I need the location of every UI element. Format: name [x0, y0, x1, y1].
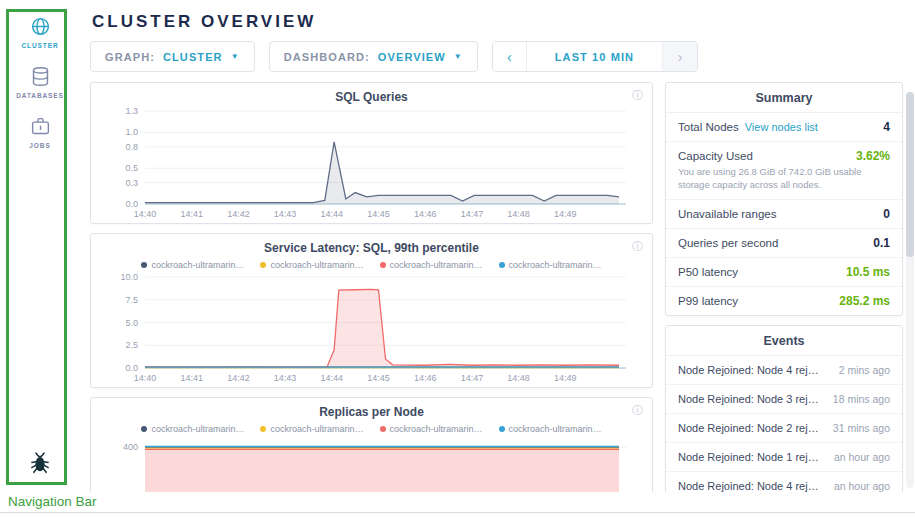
summary-value: 0: [883, 207, 890, 221]
legend-item[interactable]: cockroach-ultramarin…: [141, 259, 244, 270]
legend-dot: [260, 262, 266, 268]
svg-text:14:43: 14:43: [274, 209, 297, 219]
sidebar-item-databases[interactable]: DATABASES: [16, 66, 64, 99]
legend-label: cockroach-ultramarin…: [390, 424, 483, 434]
legend-label: cockroach-ultramarin…: [270, 424, 363, 434]
legend-label: cockroach-ultramarin…: [270, 260, 363, 270]
summary-label: Total NodesView nodes list: [678, 121, 818, 133]
dashboard-dropdown-value: OVERVIEW: [378, 51, 446, 63]
event-text: Node Rejoined: Node 1 rej…: [678, 451, 819, 463]
page: CLUSTER DATABASES: [0, 0, 915, 517]
event-time: 18 mins ago: [833, 393, 890, 405]
summary-label: Queries per second: [678, 237, 778, 249]
svg-text:400: 400: [123, 442, 138, 452]
graph-dropdown-value: CLUSTER: [163, 51, 223, 63]
cockroachdb-logo[interactable]: [27, 450, 53, 480]
events-title: Events: [666, 326, 902, 356]
legend-item[interactable]: cockroach-ultramarin…: [260, 259, 363, 270]
main-content: CLUSTER OVERVIEW GRAPH: CLUSTER ▼ DASHBO…: [80, 0, 915, 492]
legend-item[interactable]: cockroach-ultramarin…: [260, 423, 363, 434]
content-area: SQL Queries ⓘ 0.00.30.50.81.01.314:4014:…: [90, 82, 903, 492]
svg-text:0.5: 0.5: [125, 163, 138, 173]
summary-row-unavailable-ranges: Unavailable ranges 0: [666, 200, 902, 229]
toolbar: GRAPH: CLUSTER ▼ DASHBOARD: OVERVIEW ▼ ‹…: [90, 41, 903, 72]
summary-label: P50 latency: [678, 266, 738, 278]
svg-text:14:48: 14:48: [507, 373, 530, 383]
dashboard-dropdown[interactable]: DASHBOARD: OVERVIEW ▼: [269, 41, 478, 72]
event-row: Node Rejoined: Node 3 rej… 18 mins ago: [666, 385, 902, 414]
event-row: Node Rejoined: Node 1 rej… an hour ago: [666, 443, 902, 472]
summary-card: Summary Total NodesView nodes list 4 Cap…: [665, 82, 903, 316]
legend-label: cockroach-ultramarin…: [390, 260, 483, 270]
legend-dot: [499, 426, 505, 432]
page-title: CLUSTER OVERVIEW: [92, 12, 903, 32]
legend-dot: [260, 426, 266, 432]
legend-item[interactable]: cockroach-ultramarin…: [499, 423, 602, 434]
legend-dot: [141, 426, 147, 432]
legend-label: cockroach-ultramarin…: [509, 260, 602, 270]
svg-text:14:48: 14:48: [507, 209, 530, 219]
svg-text:0.0: 0.0: [125, 363, 138, 373]
svg-text:14:49: 14:49: [554, 209, 577, 219]
info-icon[interactable]: ⓘ: [632, 403, 643, 418]
svg-text:14:45: 14:45: [367, 373, 390, 383]
bottom-divider: [0, 512, 915, 513]
summary-value: 10.5 ms: [846, 265, 890, 279]
legend-dot: [141, 262, 147, 268]
sidebar-item-jobs[interactable]: JOBS: [29, 116, 50, 149]
scrollbar-thumb[interactable]: [906, 92, 914, 257]
svg-text:14:44: 14:44: [321, 209, 344, 219]
jobs-icon: [30, 116, 51, 137]
cluster-icon: [30, 16, 51, 37]
sidebar-item-cluster[interactable]: CLUSTER: [22, 16, 59, 49]
summary-value: 4: [883, 120, 890, 134]
svg-text:0.0: 0.0: [125, 199, 138, 209]
legend-item[interactable]: cockroach-ultramarin…: [380, 423, 483, 434]
replicas-per-node-chart[interactable]: 40014:4014:4114:4214:4314:4414:4514:4614…: [101, 436, 642, 492]
service-latency-chart[interactable]: 0.02.55.07.510.014:4014:4114:4214:4314:4…: [101, 272, 642, 384]
svg-text:14:42: 14:42: [227, 209, 250, 219]
time-range-label[interactable]: LAST 10 MIN: [527, 42, 663, 71]
legend-label: cockroach-ultramarin…: [151, 260, 244, 270]
charts-column: SQL Queries ⓘ 0.00.30.50.81.01.314:4014:…: [90, 82, 653, 492]
svg-text:0.3: 0.3: [125, 178, 138, 188]
legend-item[interactable]: cockroach-ultramarin…: [380, 259, 483, 270]
view-nodes-list-link[interactable]: View nodes list: [745, 121, 818, 133]
sidebar-item-label: DATABASES: [16, 92, 64, 99]
event-time: 31 mins ago: [833, 422, 890, 434]
svg-text:7.5: 7.5: [125, 295, 138, 305]
event-time: an hour ago: [834, 451, 890, 463]
event-row: Node Rejoined: Node 2 rej… 31 mins ago: [666, 414, 902, 443]
info-icon[interactable]: ⓘ: [632, 88, 643, 103]
legend-dot: [380, 426, 386, 432]
svg-text:14:45: 14:45: [367, 209, 390, 219]
svg-text:14:40: 14:40: [134, 209, 157, 219]
graph-dropdown[interactable]: GRAPH: CLUSTER ▼: [90, 41, 255, 72]
svg-text:14:41: 14:41: [180, 209, 203, 219]
chevron-down-icon: ▼: [231, 52, 240, 61]
svg-text:10.0: 10.0: [120, 272, 138, 282]
legend-item[interactable]: cockroach-ultramarin…: [141, 423, 244, 434]
vertical-scrollbar[interactable]: [906, 92, 914, 488]
sql-queries-chart[interactable]: 0.00.30.50.81.01.314:4014:4114:4214:4314…: [101, 106, 642, 220]
time-next-button[interactable]: ›: [663, 42, 697, 71]
chart-card-sql-queries: SQL Queries ⓘ 0.00.30.50.81.01.314:4014:…: [90, 82, 653, 224]
info-icon[interactable]: ⓘ: [632, 239, 643, 254]
time-prev-button[interactable]: ‹: [493, 42, 527, 71]
svg-text:0.8: 0.8: [125, 142, 138, 152]
time-range-control: ‹ LAST 10 MIN ›: [492, 41, 698, 72]
summary-value: 285.2 ms: [839, 294, 890, 308]
svg-text:14:47: 14:47: [461, 209, 484, 219]
chart-legend: cockroach-ultramarin…cockroach-ultramari…: [101, 259, 642, 270]
legend-item[interactable]: cockroach-ultramarin…: [499, 259, 602, 270]
svg-text:2.5: 2.5: [125, 340, 138, 350]
chart-title: Replicas per Node: [101, 405, 642, 419]
chart-title: Service Latency: SQL, 99th percentile: [101, 241, 642, 255]
event-text: Node Rejoined: Node 2 rej…: [678, 422, 819, 434]
svg-text:1.3: 1.3: [125, 106, 138, 116]
legend-dot: [380, 262, 386, 268]
summary-value: 3.62%: [856, 149, 890, 163]
capacity-used-subtext: You are using 26.8 GiB of 742.0 GiB usab…: [678, 166, 890, 192]
chart-legend: cockroach-ultramarin…cockroach-ultramari…: [101, 423, 642, 434]
event-time: 2 mins ago: [839, 364, 890, 376]
